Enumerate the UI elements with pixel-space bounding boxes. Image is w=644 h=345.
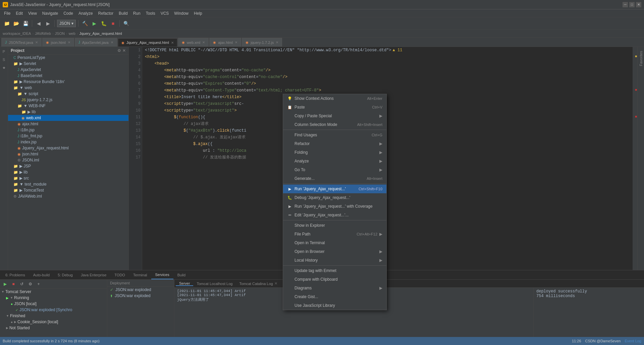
ctx-item-show_explorer[interactable]: Show in Explorer xyxy=(283,221,386,230)
tree-item[interactable]: ◉Jquery_Ajax_request.html xyxy=(8,145,128,151)
ctx-item-column_selection[interactable]: Column Selection ModeAlt+Shift+Insert xyxy=(283,120,386,129)
tree-item[interactable]: 📁▶ TomcatTest xyxy=(8,187,128,193)
svc-stop-btn[interactable]: ■ xyxy=(10,280,17,288)
ctx-item-edit[interactable]: ✏Edit 'Jquery_Ajax_request...'... xyxy=(283,211,386,219)
ctx-item-use_js_library[interactable]: Use JavaScript Library xyxy=(283,301,386,310)
tree-item[interactable]: 📁▼ WEB-INF xyxy=(8,103,128,109)
close-button[interactable]: ✕ xyxy=(636,2,641,7)
ctx-item-diagrams[interactable]: Diagrams▶ xyxy=(283,284,386,292)
svc-item-2[interactable]: ●JSON [local] xyxy=(0,301,107,307)
tab-close-jquery172[interactable]: ✕ xyxy=(276,41,278,44)
open-btn[interactable]: 📂 xyxy=(12,19,20,27)
tab-json[interactable]: ◉json.html✕ xyxy=(42,38,74,47)
tree-item[interactable]: JAjaxServlet xyxy=(8,67,128,73)
menu-item-analyze[interactable]: Analyze xyxy=(76,10,96,16)
tab-webxml[interactable]: ◉web.xml✕ xyxy=(178,38,209,47)
ctx-item-goto[interactable]: Go To▶ xyxy=(283,165,386,174)
menu-item-edit[interactable]: Edit xyxy=(13,10,25,16)
forward-btn[interactable]: ▶ xyxy=(44,19,52,27)
favorites-label[interactable]: Favorites xyxy=(638,48,644,69)
sidebar-settings[interactable]: ⚙ xyxy=(117,48,121,53)
save-btn[interactable]: 💾 xyxy=(21,19,30,27)
breadcrumb-item-4[interactable]: Jquery_Ajax_request.html xyxy=(79,31,122,36)
breadcrumb-item-2[interactable]: JSON xyxy=(55,31,65,36)
menu-item-file[interactable]: File xyxy=(1,10,13,16)
svc-add-btn[interactable]: + xyxy=(35,280,42,288)
tab-jquery172[interactable]: ◉jquery-1.7.2.js✕ xyxy=(242,38,282,47)
tree-item[interactable]: 📁▶ lib xyxy=(8,109,128,115)
ctx-item-debug[interactable]: 🐛Debug 'Jquery_Ajax_request...' xyxy=(283,193,386,202)
tree-item[interactable]: ⚙JSON.iml xyxy=(8,157,128,163)
ctx-item-show_context[interactable]: 💡Show Context ActionsAlt+Enter xyxy=(283,94,386,103)
breadcrumb-item-1[interactable]: JAVAWeb xyxy=(35,31,51,36)
tree-item[interactable]: Ji18n_fmt.jsp xyxy=(8,133,128,139)
tab-close-ajaxservlet[interactable]: ✕ xyxy=(111,41,113,44)
tree-item[interactable]: Jindex.jsp xyxy=(8,139,128,145)
bottom-tab-build[interactable]: Build xyxy=(173,271,190,279)
debug-run-btn[interactable]: 🐛 xyxy=(100,19,108,27)
ctx-item-analyze[interactable]: Analyze▶ xyxy=(283,157,386,165)
ctx-item-compare_clipboard[interactable]: Compare with Clipboard xyxy=(283,275,386,284)
window-controls[interactable]: ─ □ ✕ xyxy=(623,2,641,7)
ctx-item-refactor[interactable]: Refactor▶ xyxy=(283,139,386,148)
json-selector[interactable]: JSON ▾ xyxy=(57,20,76,27)
tree-item[interactable]: 📁▼ test_module xyxy=(8,181,128,187)
svc-item-6[interactable]: ▶Not Started xyxy=(0,325,107,331)
favorites-icon[interactable]: ★ xyxy=(1,64,7,71)
tree-item[interactable]: CPersonListType xyxy=(8,55,128,61)
tree-item[interactable]: Ji18n.jsp xyxy=(8,127,128,133)
bottom-tab-services_active[interactable]: Services xyxy=(151,271,173,279)
svc-item-5[interactable]: ●▶Cookie_Session [local] xyxy=(0,319,107,325)
localhost-log-tab[interactable]: Tomcat Localhost Log xyxy=(193,282,236,286)
menu-item-build[interactable]: Build xyxy=(116,10,130,16)
ctx-item-copy_paste_special[interactable]: Copy / Paste Special▶ xyxy=(283,112,386,120)
tree-item[interactable]: ⚙JAVAWeb.iml xyxy=(8,193,128,199)
ctx-item-file_path[interactable]: File PathCtrl+Alt+F12▶ xyxy=(283,230,386,238)
svc-item-0[interactable]: ▼Tomcat Server xyxy=(0,289,107,295)
tab-ajaxservlet[interactable]: JAjaxServlet.java✕ xyxy=(75,38,117,47)
menu-item-navigate[interactable]: Navigate xyxy=(40,10,61,16)
svc-item-3[interactable]: ✓JSON:war exploded [Synchro xyxy=(0,307,107,313)
ctx-item-run_coverage[interactable]: ▶Run 'Jquery_Ajax_request...' with Cover… xyxy=(283,202,386,211)
tab-jsontest[interactable]: JJSONTest.java✕ xyxy=(1,38,42,47)
menu-item-code[interactable]: Code xyxy=(61,10,76,16)
breadcrumb-item-3[interactable]: web xyxy=(69,31,75,36)
new-project-btn[interactable]: 📁 xyxy=(3,19,11,27)
tab-jquery_ajax[interactable]: ◉Jquery_Ajax_request.html✕ xyxy=(118,38,177,47)
ctx-item-paste[interactable]: 📋PasteCtrl+V xyxy=(283,103,386,112)
bottom-tab-todo[interactable]: TODO xyxy=(110,271,129,279)
ctx-item-generate[interactable]: Generate...Alt+Insert xyxy=(283,174,386,183)
svc-item-4[interactable]: ▼Finished xyxy=(0,313,107,319)
ctx-item-update_tag[interactable]: Update tag with Emmet xyxy=(283,266,386,275)
tab-ajax[interactable]: ◉ajax.html✕ xyxy=(209,38,241,47)
tab-close-webxml[interactable]: ✕ xyxy=(202,41,205,44)
svc-start-btn[interactable]: ▶ xyxy=(1,280,9,288)
tree-item[interactable]: ◉web.xml xyxy=(8,115,128,121)
tab-close-json[interactable]: ✕ xyxy=(68,41,70,44)
tree-item[interactable]: JBaseServlet xyxy=(8,73,128,79)
tree-item[interactable]: 📁▶ JSP xyxy=(8,163,128,169)
tree-item[interactable]: ◉json.html xyxy=(8,151,128,157)
back-btn[interactable]: ◀ xyxy=(35,19,43,27)
tree-item[interactable]: ◉ajax.html xyxy=(8,121,128,127)
server-tab[interactable]: Server xyxy=(176,281,193,286)
ctx-item-local_history[interactable]: Local History▶ xyxy=(283,256,386,265)
tree-item[interactable]: 📁▶ src xyxy=(8,175,128,181)
menu-item-window[interactable]: Window xyxy=(171,10,191,16)
svc-settings-btn[interactable]: ⚙ xyxy=(26,280,34,288)
menu-item-vcs[interactable]: VCS xyxy=(158,10,172,16)
ctx-item-run[interactable]: ▶Run 'Jquery_Ajax_request...'Ctrl+Shift+… xyxy=(283,185,386,193)
tab-close-ajax[interactable]: ✕ xyxy=(235,41,237,44)
bottom-tab-debug[interactable]: 5: Debug xyxy=(54,271,77,279)
ctx-item-folding[interactable]: Folding▶ xyxy=(283,148,386,157)
bottom-tab-java_enterprise[interactable]: Java Enterprise xyxy=(77,271,110,279)
ctx-item-open_terminal[interactable]: Open in Terminal xyxy=(283,238,386,247)
ctx-item-find_usages[interactable]: Find UsagesCtrl+G xyxy=(283,131,386,139)
menu-item-refactor[interactable]: Refactor xyxy=(96,10,116,16)
tree-item[interactable]: 📁▼ web xyxy=(8,85,128,91)
catalina-close[interactable]: ✕ xyxy=(274,281,277,286)
svc-item-1[interactable]: ▶▼Running xyxy=(0,295,107,301)
catalina-log-tab[interactable]: Tomcat Catalina Log ✕ xyxy=(236,281,280,286)
minimize-button[interactable]: ─ xyxy=(623,2,628,7)
structure-icon[interactable]: S xyxy=(1,56,7,63)
